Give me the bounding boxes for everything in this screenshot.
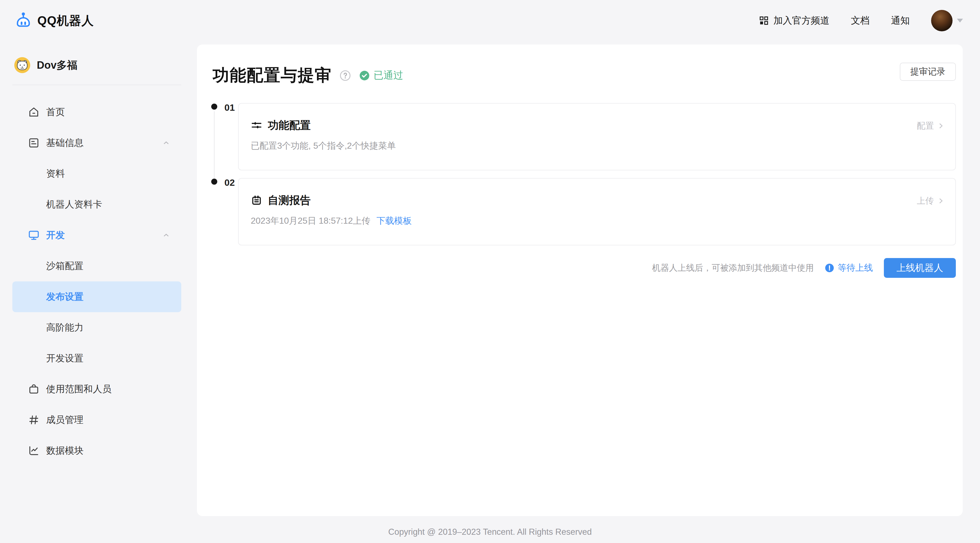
sidebar-item-label: 机器人资料卡 xyxy=(46,198,102,211)
self-test-report-card: 自测报告 2023年10月25日 18:57:12上传 下载模板 上传 xyxy=(238,178,956,245)
panel-header: 功能配置与提审 已通过 xyxy=(213,64,947,86)
page-title: 功能配置与提审 xyxy=(213,64,332,86)
user-avatar[interactable] xyxy=(931,10,953,31)
sidebar-item-sandbox-config[interactable]: 沙箱配置 xyxy=(12,251,181,281)
step-function-config: 01 功能配置 已配置3个功能, 5个指令,2个快捷菜单 xyxy=(197,103,956,170)
configure-link-label: 配置 xyxy=(917,120,934,132)
chevron-up-icon[interactable] xyxy=(162,231,171,240)
app-title: QQ机器人 xyxy=(37,13,94,29)
card-description: 2023年10月25日 18:57:12上传 下载模板 xyxy=(251,215,897,227)
sidebar-item-data-module[interactable]: 数据模块 xyxy=(12,435,181,466)
chevron-up-icon[interactable] xyxy=(162,138,171,148)
steps-timeline: 01 功能配置 已配置3个功能, 5个指令,2个快捷菜单 xyxy=(197,103,956,245)
sidebar-item-label: 沙箱配置 xyxy=(46,260,83,272)
sidebar-item-label: 成员管理 xyxy=(46,414,83,426)
bot-profile: Dov多福 xyxy=(14,57,197,73)
sidebar-item-home[interactable]: 首页 xyxy=(12,97,181,127)
clipboard-icon xyxy=(251,194,262,206)
step-self-test-report: 02 自测报告 2023年10月25日 18:57:12上传 下载模板 xyxy=(197,178,956,245)
card-title: 功能配置 xyxy=(268,118,311,133)
config-summary: 已配置3个功能, 5个指令,2个快捷菜单 xyxy=(251,140,396,152)
upload-timestamp: 2023年10月25日 18:57:12上传 xyxy=(251,215,371,227)
sidebar-item-label: 开发 xyxy=(46,229,65,242)
sidebar-item-robot-profile-card[interactable]: 机器人资料卡 xyxy=(12,189,181,220)
sidebar-item-label: 基础信息 xyxy=(46,137,83,149)
sidebar: Dov多福 首页 基础信息 xyxy=(0,41,197,543)
configure-link[interactable]: 配置 xyxy=(917,120,945,132)
sliders-icon xyxy=(251,119,262,131)
sidebar-item-development[interactable]: 开发 xyxy=(12,220,181,251)
chevron-right-icon xyxy=(937,122,945,130)
sidebar-item-advanced-capabilities[interactable]: 高阶能力 xyxy=(12,312,181,343)
user-menu[interactable] xyxy=(931,10,963,31)
review-records-button[interactable]: 提审记录 xyxy=(900,63,956,81)
sidebar-item-label: 开发设置 xyxy=(46,352,83,365)
launch-note: 机器人上线后，可被添加到其他频道中使用 xyxy=(652,262,814,274)
card-title-row: 功能配置 xyxy=(251,118,897,133)
sidebar-divider xyxy=(12,84,181,85)
sidebar-item-label: 数据模块 xyxy=(46,444,83,457)
sidebar-item-label: 高阶能力 xyxy=(46,321,83,334)
nav-notifications-label: 通知 xyxy=(891,14,910,27)
sidebar-item-member-management[interactable]: 成员管理 xyxy=(12,404,181,435)
copyright-text: Copyright @ 2019–2023 Tencent. All Right… xyxy=(0,527,980,537)
chevron-right-icon xyxy=(937,197,945,205)
bot-avatar xyxy=(14,57,30,73)
hash-icon xyxy=(27,414,40,426)
card-title: 自测报告 xyxy=(268,193,311,208)
sidebar-item-usage-scope[interactable]: 使用范围和人员 xyxy=(12,374,181,404)
sidebar-item-label: 资料 xyxy=(46,167,65,180)
nav-join-label: 加入官方频道 xyxy=(773,14,829,27)
document-icon xyxy=(27,137,40,149)
chevron-down-icon xyxy=(957,19,963,22)
launch-robot-button[interactable]: 上线机器人 xyxy=(884,258,956,278)
top-header: QQ机器人 加入官方频道 文档 通知 xyxy=(0,0,980,41)
home-icon xyxy=(27,106,40,118)
launch-status: 等待上线 xyxy=(825,262,873,274)
card-title-row: 自测报告 xyxy=(251,193,897,208)
sidebar-item-dev-settings[interactable]: 开发设置 xyxy=(12,343,181,374)
chart-line-icon xyxy=(27,444,40,457)
sidebar-item-basic-info[interactable]: 基础信息 xyxy=(12,127,181,158)
sidebar-item-release-settings[interactable]: 发布设置 xyxy=(12,281,181,312)
status-badge: 已通过 xyxy=(359,69,403,82)
launch-row: 机器人上线后，可被添加到其他频道中使用 等待上线 上线机器人 xyxy=(197,258,956,278)
upload-link[interactable]: 上传 xyxy=(917,195,945,207)
info-circle-icon xyxy=(825,263,834,272)
timeline-dot xyxy=(211,178,217,185)
sidebar-item-label: 首页 xyxy=(46,106,65,118)
status-badge-label: 已通过 xyxy=(374,69,403,82)
launch-status-label: 等待上线 xyxy=(838,262,873,274)
sidebar-item-profile[interactable]: 资料 xyxy=(12,158,181,189)
nav-docs[interactable]: 文档 xyxy=(851,14,870,27)
step-number: 01 xyxy=(224,102,235,113)
nav-docs-label: 文档 xyxy=(851,14,870,27)
function-config-card: 功能配置 已配置3个功能, 5个指令,2个快捷菜单 配置 xyxy=(238,103,956,170)
timeline-dot xyxy=(211,104,217,110)
step-number: 02 xyxy=(224,177,235,188)
app-logo: QQ机器人 xyxy=(14,11,94,30)
robot-logo-icon xyxy=(14,11,32,30)
upload-link-label: 上传 xyxy=(917,195,934,207)
check-circle-icon xyxy=(359,70,370,81)
nav-join-official-channel[interactable]: 加入官方频道 xyxy=(759,14,829,27)
nav-notifications[interactable]: 通知 xyxy=(891,14,910,27)
download-template-link[interactable]: 下载模板 xyxy=(377,215,412,227)
qr-code-icon xyxy=(759,15,769,26)
bot-name: Dov多福 xyxy=(37,58,78,72)
bag-icon xyxy=(27,383,40,395)
main-panel: 功能配置与提审 已通过 提审记录 01 xyxy=(197,45,963,516)
sidebar-item-label: 发布设置 xyxy=(46,290,83,303)
sidebar-item-label: 使用范围和人员 xyxy=(46,383,111,395)
header-nav: 加入官方频道 文档 通知 xyxy=(759,10,963,31)
help-icon[interactable] xyxy=(339,70,351,81)
monitor-icon xyxy=(27,229,40,242)
card-description: 已配置3个功能, 5个指令,2个快捷菜单 xyxy=(251,140,897,152)
sidebar-menu: 首页 基础信息 资料 机器人资料卡 xyxy=(12,97,181,466)
